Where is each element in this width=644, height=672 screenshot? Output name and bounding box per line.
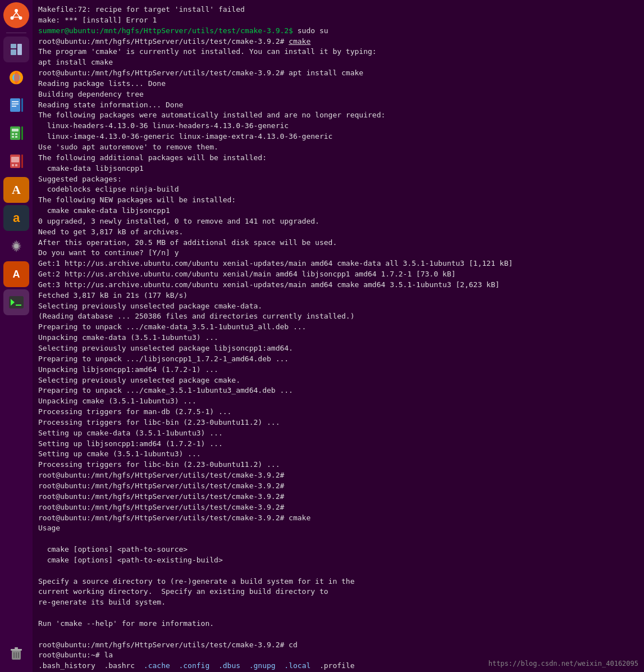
sidebar-separator xyxy=(6,33,26,33)
term-line-18: codeblocks eclipse ninja-build xyxy=(38,184,638,195)
term-line-28: Fetched 3,817 kB in 21s (177 kB/s) xyxy=(38,290,638,301)
svg-rect-29 xyxy=(16,305,21,306)
svg-rect-6 xyxy=(17,44,22,55)
term-line-16: cmake-data libjsoncpp1 xyxy=(38,164,638,174)
svg-rect-9 xyxy=(10,98,20,112)
term-line-15: The following additional packages will b… xyxy=(38,153,638,164)
term-line-22: Need to get 3,817 kB of archives. xyxy=(38,227,638,238)
term-line-34: Preparing to unpack .../libjsoncpp1_1.7.… xyxy=(38,354,638,365)
watermark: https://blog.csdn.net/weixin_40162095 xyxy=(488,659,638,669)
term-line-36: Selecting previously unselected package … xyxy=(38,375,638,386)
svg-rect-20 xyxy=(15,136,17,138)
term-line-45: root@ubuntu:/mnt/hgfs/HttpServer/utils/t… xyxy=(38,470,638,481)
term-line-10: Reading state information... Done xyxy=(38,100,638,111)
term-line-3: summer@ubuntu:/mnt/hgfs/HttpServer/utils… xyxy=(38,26,638,37)
term-line-8: Reading package lists... Done xyxy=(38,79,638,89)
term-line-23: After this operation, 20.5 MB of additio… xyxy=(38,238,638,248)
term-line-29: Selecting previously unselected package … xyxy=(38,301,638,312)
term-line-56: current working directory. Specify an ex… xyxy=(38,587,638,597)
term-line-38: Unpacking cmake (3.5.1-1ubuntu3) ... xyxy=(38,396,638,407)
term-line-44: Processing triggers for libc-bin (2.23-0… xyxy=(38,460,638,470)
term-line-60 xyxy=(38,629,638,640)
impress-icon[interactable] xyxy=(3,149,29,175)
writer-icon[interactable] xyxy=(3,93,29,119)
term-line-49: root@ubuntu:/mnt/hgfs/HttpServer/utils/t… xyxy=(38,513,638,524)
term-line-53: cmake [options] <path-to-existing-build> xyxy=(38,555,638,566)
term-line-21: 0 upgraded, 3 newly installed, 0 to remo… xyxy=(38,216,638,227)
term-line-47: root@ubuntu:/mnt/hgfs/HttpServer/utils/t… xyxy=(38,492,638,502)
calc-icon[interactable] xyxy=(3,121,29,147)
sidebar: A a A xyxy=(0,0,33,672)
term-line-51 xyxy=(38,534,638,544)
term-line-50: Usage xyxy=(38,523,638,534)
term-line-6: apt install cmake xyxy=(38,57,638,68)
term-line-7: root@ubuntu:/mnt/hgfs/HttpServer/utils/t… xyxy=(38,68,638,79)
svg-point-1 xyxy=(15,9,18,12)
svg-rect-11 xyxy=(12,101,19,102)
svg-rect-13 xyxy=(12,106,16,107)
term-line-9: Building dependency tree xyxy=(38,89,638,100)
term-line-5: The program 'cmake' is currently not ins… xyxy=(38,47,638,57)
term-line-61: root@ubuntu:/mnt/hgfs/HttpServer/utils/t… xyxy=(38,640,638,651)
term-line-54 xyxy=(38,566,638,576)
ubuntu-logo-icon[interactable] xyxy=(3,2,29,28)
trash-icon[interactable] xyxy=(3,641,29,666)
svg-rect-14 xyxy=(10,126,20,140)
terminal-area: Makefile:72: recipe for target 'install'… xyxy=(33,0,644,672)
term-line-17: Suggested packages: xyxy=(38,174,638,185)
terminal-icon[interactable] xyxy=(3,289,29,315)
svg-rect-17 xyxy=(12,133,14,135)
svg-rect-24 xyxy=(12,164,14,166)
term-line-24: Do you want to continue? [Y/n] y xyxy=(38,248,638,258)
files-icon[interactable] xyxy=(3,37,29,62)
svg-rect-32 xyxy=(15,647,18,649)
term-line-55: Specify a source directory to (re-)gener… xyxy=(38,576,638,587)
sidebar-bottom xyxy=(3,641,29,668)
svg-rect-31 xyxy=(11,649,22,651)
term-line-42: Setting up libjsoncpp1:amd64 (1.7.2-1) .… xyxy=(38,439,638,449)
term-line-20: cmake cmake-data libjsoncpp1 xyxy=(38,206,638,216)
svg-rect-19 xyxy=(12,136,14,138)
term-line-37: Preparing to unpack .../cmake_3.5.1-1ubu… xyxy=(38,385,638,396)
firefox-icon[interactable] xyxy=(3,65,29,90)
terminal-output[interactable]: Makefile:72: recipe for target 'install'… xyxy=(33,0,644,672)
term-line-14: Use 'sudo apt autoremove' to remove them… xyxy=(38,142,638,153)
term-line-30: (Reading database ... 250386 files and d… xyxy=(38,311,638,322)
term-line-2: make: *** [install] Error 1 xyxy=(38,15,638,26)
term-line-52: cmake [options] <path-to-source> xyxy=(38,544,638,555)
settings-icon[interactable] xyxy=(3,233,29,259)
svg-rect-5 xyxy=(11,49,16,55)
term-line-35: Unpacking libjsoncpp1:amd64 (1.7.2-1) ..… xyxy=(38,365,638,375)
appstore-icon[interactable]: A xyxy=(3,261,29,287)
term-line-31: Preparing to unpack .../cmake-data_3.5.1… xyxy=(38,322,638,333)
svg-rect-10 xyxy=(21,98,23,112)
term-line-58 xyxy=(38,608,638,619)
term-line-26: Get:2 http://us.archive.ubuntu.com/ubunt… xyxy=(38,269,638,280)
term-line-41: Setting up cmake-data (3.5.1-1ubuntu3) .… xyxy=(38,428,638,439)
term-line-4: root@ubuntu:/mnt/hgfs/HttpServer/utils/t… xyxy=(38,37,638,47)
term-line-32: Unpacking cmake-data (3.5.1-1ubuntu3) ..… xyxy=(38,333,638,343)
term-line-46: root@ubuntu:/mnt/hgfs/HttpServer/utils/t… xyxy=(38,481,638,492)
term-line-33: Selecting previously unselected package … xyxy=(38,343,638,354)
amazon-icon[interactable]: a xyxy=(3,205,29,231)
term-line-59: Run 'cmake --help' for more information. xyxy=(38,619,638,629)
term-line-25: Get:1 http://us.archive.ubuntu.com/ubunt… xyxy=(38,258,638,269)
term-line-39: Processing triggers for man-db (2.7.5-1)… xyxy=(38,407,638,417)
font-icon[interactable]: A xyxy=(3,177,29,203)
term-line-57: re-generate its build system. xyxy=(38,597,638,608)
svg-rect-22 xyxy=(21,155,23,168)
term-line-40: Processing triggers for libc-bin (2.23-0… xyxy=(38,417,638,428)
svg-rect-12 xyxy=(12,103,19,105)
svg-rect-18 xyxy=(15,133,17,135)
term-line-1: Makefile:72: recipe for target 'install'… xyxy=(38,4,638,15)
term-line-48: root@ubuntu:/mnt/hgfs/HttpServer/utils/t… xyxy=(38,502,638,513)
term-line-11: The following packages were automaticall… xyxy=(38,110,638,121)
svg-rect-4 xyxy=(11,44,16,48)
term-line-43: Setting up cmake (3.5.1-1ubuntu3) ... xyxy=(38,449,638,460)
svg-rect-25 xyxy=(15,164,17,166)
term-line-13: linux-image-4.13.0-36-generic linux-imag… xyxy=(38,131,638,142)
svg-rect-16 xyxy=(12,129,19,131)
svg-rect-15 xyxy=(21,126,23,140)
term-line-12: linux-headers-4.13.0-36 linux-headers-4.… xyxy=(38,121,638,131)
term-line-27: Get:3 http://us.archive.ubuntu.com/ubunt… xyxy=(38,280,638,290)
